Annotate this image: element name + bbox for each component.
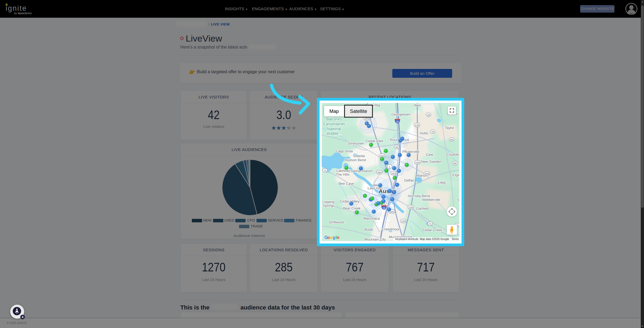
svg-text:Satellite: Satellite <box>350 109 367 114</box>
svg-text:Cele: Cele <box>426 153 433 157</box>
svg-text:Pflugerville: Pflugerville <box>402 150 419 154</box>
svg-text:National: National <box>327 127 341 131</box>
svg-text:183: 183 <box>391 172 396 175</box>
svg-text:71: 71 <box>324 169 327 172</box>
svg-text:o: o <box>327 235 330 240</box>
svg-text:Taylor: Taylor <box>445 126 454 130</box>
svg-text:Cedar Park: Cedar Park <box>366 139 383 143</box>
svg-text:Canyonlands: Canyonlands <box>323 122 345 126</box>
svg-text:130: 130 <box>415 124 419 127</box>
svg-text:Manchaca: Manchaca <box>364 216 380 220</box>
svg-text:New Sweden: New Sweden <box>421 160 442 164</box>
svg-text:Daffan: Daffan <box>404 178 414 182</box>
svg-text:35: 35 <box>396 120 399 123</box>
svg-text:Coupland: Coupland <box>446 152 459 156</box>
svg-text:Littig: Littig <box>438 180 445 185</box>
svg-text:Springs: Springs <box>323 204 335 208</box>
svg-text:Manor: Manor <box>417 174 427 178</box>
svg-text:1: 1 <box>389 165 390 168</box>
svg-text:130: 130 <box>401 220 405 223</box>
svg-text:Jonestown: Jonestown <box>347 141 364 145</box>
svg-text:e: e <box>337 235 339 240</box>
svg-text:Georgetown: Georgetown <box>391 112 411 116</box>
svg-text:Hornsby Bend: Hornsby Bend <box>408 194 430 198</box>
svg-text:Map: Map <box>329 109 339 114</box>
svg-text:The Hills: The Hills <box>336 172 350 176</box>
svg-text:79: 79 <box>431 130 434 133</box>
svg-text:l: l <box>336 235 337 240</box>
svg-text:95: 95 <box>450 138 453 141</box>
svg-text:Bee Cave: Bee Cave <box>339 182 354 186</box>
svg-text:Webberville: Webberville <box>422 198 440 202</box>
svg-text:Cedar Creek: Cedar Creek <box>422 228 442 232</box>
svg-text:Mountain City: Mountain City <box>364 237 386 241</box>
svg-text:Volente: Volente <box>353 154 365 158</box>
svg-text:Garfield: Garfield <box>416 207 429 211</box>
svg-text:Balcones: Balcones <box>326 117 342 121</box>
svg-text:95: 95 <box>453 162 456 165</box>
svg-text:360: 360 <box>377 171 382 174</box>
svg-text:o: o <box>330 235 333 240</box>
svg-text:Terms: Terms <box>451 238 459 241</box>
svg-text:4: 4 <box>22 315 24 319</box>
svg-text:g: g <box>333 235 335 240</box>
svg-text:Creedmoor: Creedmoor <box>382 227 400 231</box>
svg-text:29: 29 <box>427 113 430 116</box>
svg-text:35: 35 <box>383 207 385 209</box>
svg-text:Bear Creek: Bear Creek <box>343 206 361 210</box>
svg-text:Driftwood: Driftwood <box>329 220 344 224</box>
svg-text:Keyboard shortcuts: Keyboard shortcuts <box>395 238 418 241</box>
svg-text:Buda: Buda <box>365 227 373 231</box>
svg-text:ripping: ripping <box>324 200 334 204</box>
svg-text:Wildlife...: Wildlife... <box>327 131 342 136</box>
svg-text:Hutto: Hutto <box>420 131 428 135</box>
svg-text:130: 130 <box>415 161 420 164</box>
svg-text:Lago Vista: Lago Vista <box>336 149 353 153</box>
svg-text:Hudson Bend: Hudson Bend <box>345 158 366 162</box>
svg-text:Elgin: Elgin <box>453 173 459 177</box>
svg-text:Weir: Weir <box>414 103 421 107</box>
svg-text:45: 45 <box>395 146 398 149</box>
svg-text:130: 130 <box>409 206 413 209</box>
svg-text:Map data ©2025 Google: Map data ©2025 Google <box>420 238 449 241</box>
svg-text:71: 71 <box>429 222 432 225</box>
svg-text:S: S <box>457 198 459 202</box>
